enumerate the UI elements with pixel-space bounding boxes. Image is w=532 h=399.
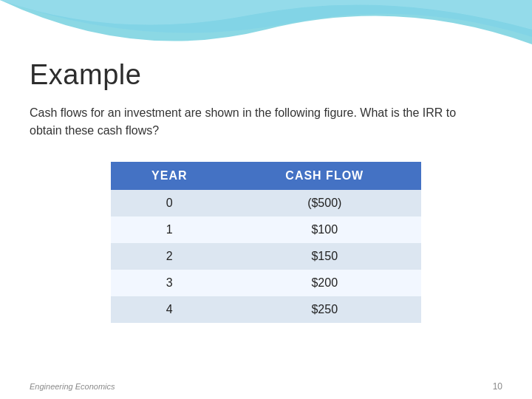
footer-page: 10 (493, 381, 502, 392)
cell-cashflow: $250 (228, 296, 421, 323)
cell-year: 2 (111, 243, 228, 270)
table-row: 2$150 (111, 243, 421, 270)
table-row: 4$250 (111, 296, 421, 323)
cell-year: 3 (111, 270, 228, 296)
cell-year: 4 (111, 296, 228, 323)
table-wrapper: YEAR CASH FLOW 0($500)1$1002$1503$2004$2… (30, 162, 502, 323)
cell-cashflow: ($500) (228, 190, 421, 216)
cash-flow-table: YEAR CASH FLOW 0($500)1$1002$1503$2004$2… (111, 162, 421, 323)
footer-label: Engineering Economics (30, 382, 115, 391)
col-header-year: YEAR (111, 162, 228, 190)
table-row: 0($500) (111, 190, 421, 216)
cell-cashflow: $100 (228, 216, 421, 243)
table-header-row: YEAR CASH FLOW (111, 162, 421, 190)
table-row: 3$200 (111, 270, 421, 296)
wave-decoration (0, 0, 532, 66)
cell-year: 1 (111, 216, 228, 243)
cell-cashflow: $150 (228, 243, 421, 270)
page-title: Example (30, 59, 502, 91)
main-content: Example Cash flows for an investment are… (30, 59, 502, 369)
table-row: 1$100 (111, 216, 421, 243)
description-text: Cash flows for an investment are shown i… (30, 104, 458, 140)
cell-cashflow: $200 (228, 270, 421, 296)
footer: Engineering Economics 10 (30, 381, 502, 392)
cell-year: 0 (111, 190, 228, 216)
col-header-cashflow: CASH FLOW (228, 162, 421, 190)
